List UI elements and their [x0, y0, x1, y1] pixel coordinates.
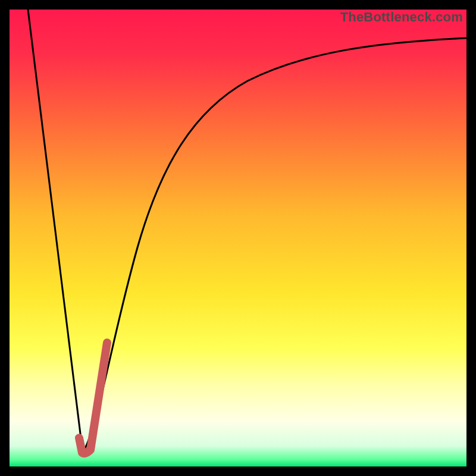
chart-frame: TheBottleneck.com — [0, 0, 476, 476]
curve-left — [28, 10, 83, 453]
curve-right — [83, 38, 466, 453]
bottleneck-curve — [10, 10, 466, 466]
plot-area: TheBottleneck.com — [10, 10, 466, 466]
watermark-text: TheBottleneck.com — [340, 10, 463, 25]
accent-marker — [79, 343, 107, 453]
